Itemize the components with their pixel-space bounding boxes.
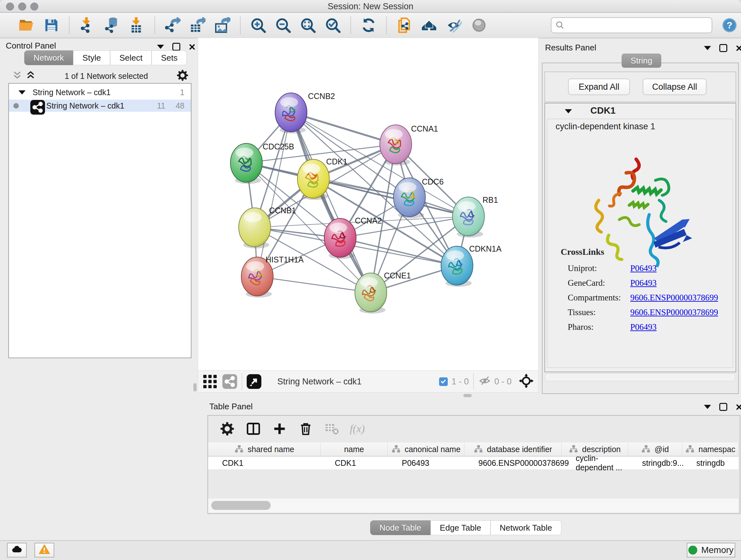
column-header-name[interactable]: name (321, 442, 388, 456)
birdseye-crosshair-icon[interactable] (519, 373, 534, 390)
warnings-button[interactable] (35, 543, 54, 557)
table-hscrollbar[interactable] (208, 498, 738, 512)
results-hscrollbar[interactable] (545, 374, 735, 381)
close-panel-icon[interactable] (736, 45, 741, 52)
network-tree-root-row[interactable]: String Network – cdk1 1 (9, 86, 191, 98)
column-header-shared-name[interactable]: shared name (208, 442, 321, 456)
table-cell[interactable]: 9606.ENSP00000378699 (464, 456, 562, 469)
network-node-CCNA1[interactable]: CCNA1 (380, 124, 438, 165)
new-network-from-selection-button[interactable] (395, 16, 413, 34)
float-panel-icon[interactable] (719, 44, 727, 52)
save-session-button[interactable] (43, 16, 60, 34)
crosslink-row: Uniprot:P06493 (568, 261, 718, 275)
horizontal-splitter-grip[interactable] (463, 394, 472, 397)
tab-select[interactable]: Select (110, 51, 151, 65)
titlebar[interactable]: Session: New Session (0, 0, 741, 13)
table-settings-gear-icon[interactable] (219, 421, 235, 437)
zoom-fit-content-button[interactable] (299, 16, 317, 34)
network-node-CDKN1A[interactable]: CDKN1A (441, 244, 502, 287)
network-node-CDC25B[interactable]: CDC25B (230, 142, 294, 184)
network-node-CDK1[interactable]: CDK1 (297, 157, 347, 200)
table-row[interactable]: CDK1CDK1P064939606.ENSP00000378699cyclin… (208, 456, 738, 469)
table-cell[interactable]: CDK1 (321, 456, 388, 469)
zoom-out-button[interactable] (274, 16, 292, 34)
node-label-CDC6: CDC6 (422, 177, 444, 186)
scrollbar-thumb[interactable] (211, 501, 271, 510)
selected-checkbox-icon[interactable] (439, 377, 448, 386)
show-columns-icon[interactable] (245, 421, 262, 437)
float-panel-icon[interactable] (172, 43, 180, 51)
open-view-in-window-icon[interactable] (247, 374, 261, 389)
toolbar-separator (350, 17, 351, 34)
collection-count: 1 (180, 88, 185, 97)
tree-expander-icon[interactable] (18, 90, 25, 95)
open-session-button[interactable] (17, 16, 36, 34)
close-panel-icon[interactable] (736, 403, 741, 411)
gene-name: CDK1 (590, 105, 616, 116)
vertical-splitter-grip[interactable] (193, 383, 197, 391)
expand-all-button[interactable]: Expand All (568, 78, 630, 95)
grid-view-icon[interactable] (203, 374, 217, 389)
collapse-panel-icon[interactable] (704, 46, 711, 50)
string-network-graph[interactable]: CCNB2CCNA1CDC25BCDK1CDC6RB1CCNB1CCNA2CDK… (198, 38, 538, 370)
tab-node-table[interactable]: Node Table (370, 520, 430, 535)
cloud-button[interactable] (7, 543, 27, 557)
tab-string[interactable]: String (622, 54, 661, 68)
refresh-view-button[interactable] (360, 16, 378, 34)
memory-button[interactable]: Memory (687, 543, 735, 557)
network-node-RB1[interactable]: RB1 (453, 195, 498, 238)
network-node-CCNB1[interactable]: CCNB1 (239, 206, 296, 248)
tab-network-table[interactable]: Network Table (490, 520, 561, 535)
column-header-namespac[interactable]: namespac (682, 442, 738, 456)
network-options-gear-icon[interactable] (177, 70, 188, 82)
tab-edge-table[interactable]: Edge Table (430, 520, 490, 535)
table-cell[interactable]: P06493 (388, 456, 464, 469)
share-network-icon[interactable] (222, 374, 237, 389)
global-search-input[interactable] (551, 17, 712, 33)
crosslink-link[interactable]: 9606.ENSP00000378699 (630, 307, 718, 317)
help-button[interactable]: ? (722, 17, 737, 33)
import-network-from-file-button[interactable] (78, 16, 96, 34)
column-header-database-identifier[interactable]: database identifier (464, 442, 562, 456)
float-panel-icon[interactable] (719, 403, 727, 411)
collapse-panel-icon[interactable] (704, 405, 711, 409)
network-node-HIST1H1A[interactable]: HIST1H1A (241, 255, 304, 298)
column-header-canonical-name[interactable]: canonical name (388, 442, 464, 456)
close-panel-icon[interactable] (189, 44, 196, 51)
crosslink-link[interactable]: P06493 (630, 278, 657, 288)
add-column-icon[interactable] (271, 421, 288, 437)
tab-sets[interactable]: Sets (151, 51, 187, 65)
network-tree-child-row-selected[interactable]: String Network – cdk1 11 48 (9, 100, 191, 112)
zoom-in-button[interactable] (249, 16, 267, 34)
delete-column-trash-icon[interactable] (297, 421, 314, 437)
sphere-button[interactable] (470, 16, 488, 34)
collapse-all-button[interactable]: Collapse All (643, 78, 706, 95)
collapse-panel-icon[interactable] (157, 45, 164, 49)
table-cell[interactable]: stringdb:9... (628, 456, 682, 469)
export-network-button[interactable] (164, 16, 182, 34)
home-button[interactable] (420, 16, 438, 34)
crosslink-link[interactable]: P06493 (630, 263, 657, 273)
network-edges[interactable] (246, 112, 468, 293)
import-table-from-file-button[interactable] (128, 16, 146, 34)
export-table-button[interactable] (189, 16, 206, 34)
collapse-all-tree-icon[interactable] (25, 70, 36, 82)
zoom-selected-button[interactable] (324, 16, 342, 34)
network-node-CCNE1[interactable]: CCNE1 (355, 271, 411, 314)
network-node-CCNB2[interactable]: CCNB2 (275, 91, 335, 133)
crosslink-link[interactable]: P06493 (630, 322, 657, 332)
table-cell[interactable]: stringdb (682, 456, 738, 469)
crosslink-link[interactable]: 9606.ENSP00000378699 (630, 293, 718, 303)
section-collapse-icon[interactable] (565, 109, 572, 113)
import-network-from-database-button[interactable] (103, 16, 121, 34)
table-cell[interactable]: CDK1 (208, 456, 321, 469)
export-image-button[interactable] (213, 16, 231, 34)
tab-style[interactable]: Style (73, 51, 110, 65)
table-cell[interactable]: cyclin-dependent ... (562, 456, 628, 469)
expand-all-tree-icon[interactable] (12, 70, 22, 82)
hide-unhide-button[interactable] (445, 16, 463, 34)
column-header-@id[interactable]: @id (628, 442, 682, 456)
crosslink-row: Compartments:9606.ENSP00000378699 (568, 290, 718, 305)
tab-network[interactable]: Network (24, 51, 73, 65)
gene-section: CDK1 cyclin-dependent kinase 1 (544, 103, 736, 372)
